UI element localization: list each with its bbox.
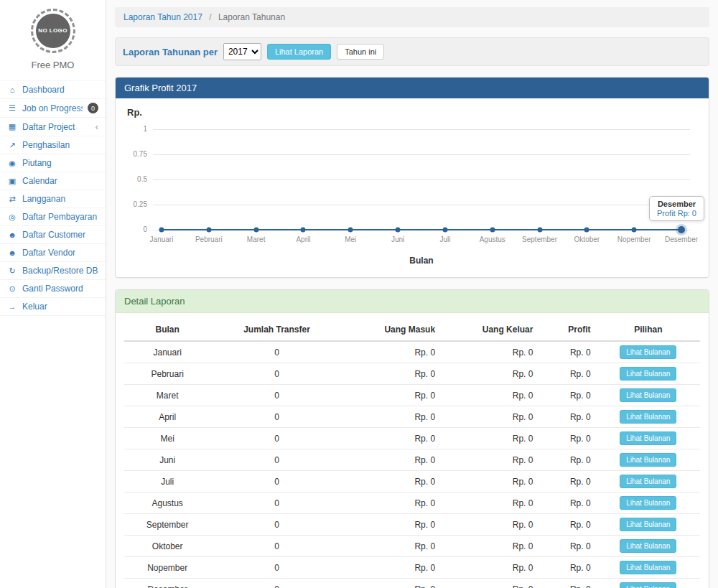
y-tick-label: 0.5: [123, 175, 147, 183]
cell-uang-keluar: Rp. 0: [441, 471, 538, 493]
lihat-bulanan-button[interactable]: Lihat Bulanan: [620, 561, 676, 574]
data-point-juli[interactable]: [442, 228, 447, 233]
cell-bulan: September: [124, 514, 210, 536]
lihat-bulanan-button[interactable]: Lihat Bulanan: [620, 582, 676, 588]
logout-icon: →: [7, 302, 17, 311]
cell-jumlah-transfer: 0: [210, 514, 342, 536]
cell-pilihan: Lihat Bulanan: [597, 493, 700, 514]
cell-pilihan: Lihat Bulanan: [597, 428, 700, 449]
year-select[interactable]: 2017: [223, 43, 261, 60]
table-row: Agustus0Rp. 0Rp. 0Rp. 0Lihat Bulanan: [124, 493, 700, 514]
sidebar-item-backup-restore-db[interactable]: ↻Backup/Restore DB: [0, 261, 106, 279]
x-tick-label: Oktober: [574, 235, 600, 243]
lihat-bulanan-button[interactable]: Lihat Bulanan: [620, 388, 676, 402]
users-icon: ☻: [7, 248, 17, 257]
lock-icon: ⊙: [7, 284, 17, 294]
brand-name: Free PMO: [0, 60, 106, 70]
table-row: Nopember0Rp. 0Rp. 0Rp. 0Lihat Bulanan: [124, 557, 700, 579]
cell-bulan: Oktober: [124, 536, 210, 557]
data-point-januari[interactable]: [159, 228, 164, 233]
column-header-jumlah-transfer: Jumlah Transfer: [210, 319, 342, 341]
filter-label: Laporan Tahunan per: [123, 47, 218, 57]
sidebar-item-daftar-pembayaran[interactable]: ◎Daftar Pembayaran: [0, 207, 106, 225]
data-point-pebruari[interactable]: [206, 228, 211, 233]
lihat-bulanan-button[interactable]: Lihat Bulanan: [620, 518, 676, 531]
x-tick-label: Mei: [345, 235, 356, 243]
sidebar-item-keluar[interactable]: →Keluar: [0, 297, 106, 316]
table-row: Desember0Rp. 0Rp. 0Rp. 0Lihat Bulanan: [124, 579, 700, 588]
sidebar-item-daftar-project[interactable]: ▦Daftar Project‹: [0, 117, 106, 136]
lihat-bulanan-button[interactable]: Lihat Bulanan: [620, 475, 676, 488]
data-point-maret[interactable]: [253, 228, 258, 233]
tooltip-value: Profit Rp: 0: [657, 209, 696, 218]
data-point-agustus[interactable]: [490, 228, 495, 233]
x-tick-label: Januari: [150, 235, 174, 243]
table-row: Pebruari0Rp. 0Rp. 0Rp. 0Lihat Bulanan: [124, 363, 700, 385]
eye-icon: ◉: [7, 159, 17, 168]
cell-uang-masuk: Rp. 0: [343, 406, 441, 428]
cell-bulan: Maret: [124, 385, 210, 406]
gridline: [153, 205, 690, 205]
cell-pilihan: Lihat Bulanan: [597, 385, 700, 406]
cell-uang-keluar: Rp. 0: [441, 428, 538, 449]
dashboard-icon: ⌂: [7, 85, 17, 94]
lihat-bulanan-button[interactable]: Lihat Bulanan: [620, 345, 676, 359]
lihat-bulanan-button[interactable]: Lihat Bulanan: [620, 453, 676, 467]
cell-profit: Rp. 0: [538, 536, 596, 557]
detail-table-wrapper: Bulan Jumlah Transfer Uang Masuk Uang Ke…: [116, 313, 709, 588]
sidebar-item-penghasilan[interactable]: ↗Penghasilan: [0, 136, 106, 154]
chevron-left-icon: ‹: [95, 121, 98, 132]
data-point-nopember[interactable]: [632, 228, 637, 233]
cell-uang-masuk: Rp. 0: [343, 579, 441, 588]
cell-pilihan: Lihat Bulanan: [597, 471, 700, 493]
lihat-bulanan-button[interactable]: Lihat Bulanan: [620, 539, 676, 553]
lihat-bulanan-button[interactable]: Lihat Bulanan: [620, 431, 676, 445]
tahun-ini-button[interactable]: Tahun ini: [337, 44, 384, 60]
data-point-oktober[interactable]: [584, 228, 589, 233]
sidebar-item-daftar-vendor[interactable]: ☻Daftar Vendor: [0, 243, 106, 261]
lihat-bulanan-button[interactable]: Lihat Bulanan: [620, 410, 676, 424]
lihat-bulanan-button[interactable]: Lihat Bulanan: [620, 496, 676, 510]
x-tick-label: Desember: [665, 235, 698, 243]
calendar-icon: ▣: [7, 177, 17, 186]
cell-pilihan: Lihat Bulanan: [597, 514, 700, 536]
data-point-desember[interactable]: [678, 226, 685, 233]
sidebar-item-langganan[interactable]: ⇄Langganan: [0, 190, 106, 207]
cell-uang-keluar: Rp. 0: [441, 406, 538, 428]
sidebar-item-dashboard[interactable]: ⌂Dashboard: [0, 80, 106, 98]
data-point-juni[interactable]: [396, 228, 401, 233]
chart-tooltip: Desember Profit Rp: 0: [649, 196, 704, 221]
no-logo-badge: NO LOGO: [36, 14, 70, 48]
sidebar-item-label: Penghasilan: [22, 140, 98, 150]
cell-profit: Rp. 0: [538, 406, 596, 428]
sidebar-item-calendar[interactable]: ▣Calendar: [0, 172, 106, 190]
cell-uang-keluar: Rp. 0: [441, 557, 538, 579]
cell-profit: Rp. 0: [538, 514, 596, 536]
data-point-april[interactable]: [301, 228, 306, 233]
chart-x-axis-title: Bulan: [153, 256, 690, 266]
sidebar-item-job-on-progress[interactable]: ☰Job on Progress0: [0, 98, 106, 117]
sidebar-item-label: Daftar Project: [22, 122, 90, 132]
lihat-laporan-button[interactable]: Lihat Laporan: [267, 44, 331, 60]
x-tick-label: April: [296, 235, 310, 243]
chart-panel-title: Grafik Profit 2017: [116, 78, 709, 98]
cell-bulan: Desember: [124, 579, 210, 588]
sidebar-item-daftar-customer[interactable]: ☻Daftar Customer: [0, 225, 106, 243]
cell-jumlah-transfer: 0: [210, 449, 342, 471]
cell-uang-keluar: Rp. 0: [441, 385, 538, 406]
cell-uang-keluar: Rp. 0: [441, 579, 538, 588]
cell-bulan: Mei: [124, 428, 210, 449]
breadcrumb-link-laporan-tahun[interactable]: Laporan Tahun 2017: [123, 12, 202, 22]
cell-jumlah-transfer: 0: [210, 428, 342, 449]
sidebar-item-piutang[interactable]: ◉Piutang: [0, 154, 106, 172]
payments-icon: ◎: [7, 213, 17, 222]
lihat-bulanan-button[interactable]: Lihat Bulanan: [620, 367, 676, 381]
report-filter-bar: Laporan Tahunan per 2017 Lihat Laporan T…: [115, 37, 709, 66]
sidebar-item-label: Piutang: [22, 158, 98, 168]
cell-jumlah-transfer: 0: [210, 493, 342, 514]
sidebar-item-ganti-password[interactable]: ⊙Ganti Password: [0, 279, 106, 297]
data-point-mei[interactable]: [348, 228, 353, 233]
table-row: Maret0Rp. 0Rp. 0Rp. 0Lihat Bulanan: [124, 385, 700, 406]
main-content: Laporan Tahun 2017 / Laporan Tahunan Lap…: [106, 0, 718, 588]
data-point-september[interactable]: [537, 228, 542, 233]
